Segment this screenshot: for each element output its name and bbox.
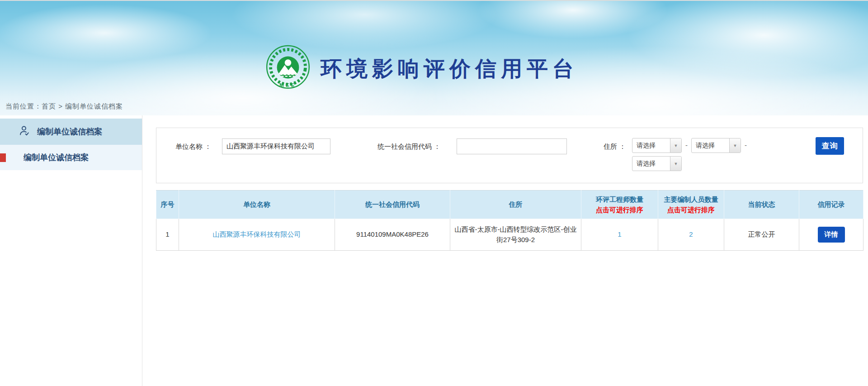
col-header-credit-code: 统一社会信用代码 xyxy=(335,191,450,219)
search-panel: 单位名称 ： 统一社会信用代码 ： 住所 ： 请选择 ▼ - 请选择 ▼ - 请… xyxy=(156,128,863,183)
user-check-icon xyxy=(18,124,30,139)
col-header-staff-count[interactable]: 主要编制人员数量 点击可进行排序 xyxy=(658,191,724,219)
address-select-city-value: 请选择 xyxy=(692,138,729,152)
breadcrumb-prefix: 当前位置： xyxy=(5,102,42,110)
address-dash-1: - xyxy=(685,141,688,149)
col-header-engineer-count[interactable]: 环评工程师数量 点击可进行排序 xyxy=(581,191,658,219)
chevron-down-icon[interactable]: ▼ xyxy=(729,138,741,152)
active-item-marker xyxy=(0,153,6,162)
brand: MEE 环境影响评价信用平台 xyxy=(0,44,855,93)
col-header-credit-record: 信用记录 xyxy=(799,191,863,219)
main-content: 单位名称 ： 统一社会信用代码 ： 住所 ： 请选择 ▼ - 请选择 ▼ - 请… xyxy=(142,115,868,386)
sort-hint-engineer[interactable]: 点击可进行排序 xyxy=(581,205,658,215)
address-label: 住所 ： xyxy=(604,143,626,151)
col-header-address: 住所 xyxy=(450,191,581,219)
breadcrumb: 当前位置：首页 > 编制单位诚信档案 xyxy=(5,102,123,111)
col-header-unit-name: 单位名称 xyxy=(179,191,335,219)
sidebar-item-label: 编制单位诚信档案 xyxy=(24,152,89,163)
col-header-engineer-count-label: 环评工程师数量 xyxy=(596,195,643,203)
site-header: MEE 环境影响评价信用平台 当前位置：首页 > 编制单位诚信档案 xyxy=(0,0,868,115)
query-button[interactable]: 查询 xyxy=(816,137,844,155)
engineer-count-link[interactable]: 1 xyxy=(618,230,621,238)
detail-button[interactable]: 详情 xyxy=(818,227,845,243)
unit-name-input[interactable] xyxy=(222,138,330,154)
unit-name-link[interactable]: 山西聚源丰环保科技有限公司 xyxy=(213,230,301,238)
sidebar-item-archive[interactable]: 编制单位诚信档案 xyxy=(0,145,142,170)
credit-code-label: 统一社会信用代码 ： xyxy=(377,143,440,151)
address-select-district[interactable]: 请选择 ▼ xyxy=(632,156,682,171)
unit-name-label: 单位名称 ： xyxy=(175,143,211,151)
cell-index: 1 xyxy=(156,219,179,251)
col-header-status: 当前状态 xyxy=(724,191,799,219)
sidebar: 编制单位诚信档案 编制单位诚信档案 xyxy=(0,115,142,386)
sidebar-header-label: 编制单位诚信档案 xyxy=(37,126,102,137)
address-select-province-value: 请选择 xyxy=(632,138,670,152)
credit-code-input[interactable] xyxy=(457,138,567,154)
table-row: 1 山西聚源丰环保科技有限公司 91140109MA0K48PE26 山西省-太… xyxy=(156,219,863,251)
breadcrumb-home-link[interactable]: 首页 xyxy=(42,102,56,110)
staff-count-link[interactable]: 2 xyxy=(689,230,693,238)
cell-status: 正常公开 xyxy=(724,219,799,251)
address-dash-2: - xyxy=(745,141,747,149)
chevron-down-icon[interactable]: ▼ xyxy=(670,138,681,152)
sidebar-header: 编制单位诚信档案 xyxy=(0,119,142,145)
address-select-city[interactable]: 请选择 ▼ xyxy=(691,138,741,153)
col-header-staff-count-label: 主要编制人员数量 xyxy=(664,195,718,203)
cell-address: 山西省-太原市-山西转型综改示范区-创业街27号309-2 xyxy=(450,219,581,251)
cell-credit-code: 91140109MA0K48PE26 xyxy=(335,219,450,251)
breadcrumb-current: 编制单位诚信档案 xyxy=(65,102,123,110)
page-title: 环境影响评价信用平台 xyxy=(321,55,578,83)
address-select-district-value: 请选择 xyxy=(632,157,670,171)
chevron-down-icon[interactable]: ▼ xyxy=(670,157,681,171)
results-table: 序号 单位名称 统一社会信用代码 住所 环评工程师数量 点击可进行排序 主要编制… xyxy=(156,190,863,251)
col-header-index: 序号 xyxy=(156,191,179,219)
mee-logo-icon: MEE xyxy=(264,44,311,93)
page-body: 编制单位诚信档案 编制单位诚信档案 单位名称 ： 统一社会信用代码 ： 住所 ：… xyxy=(0,115,868,386)
table-header-row: 序号 单位名称 统一社会信用代码 住所 环评工程师数量 点击可进行排序 主要编制… xyxy=(156,191,863,219)
sort-hint-staff[interactable]: 点击可进行排序 xyxy=(658,205,724,215)
svg-text:MEE: MEE xyxy=(279,82,296,88)
address-select-province[interactable]: 请选择 ▼ xyxy=(632,138,682,153)
breadcrumb-separator: > xyxy=(58,102,63,110)
